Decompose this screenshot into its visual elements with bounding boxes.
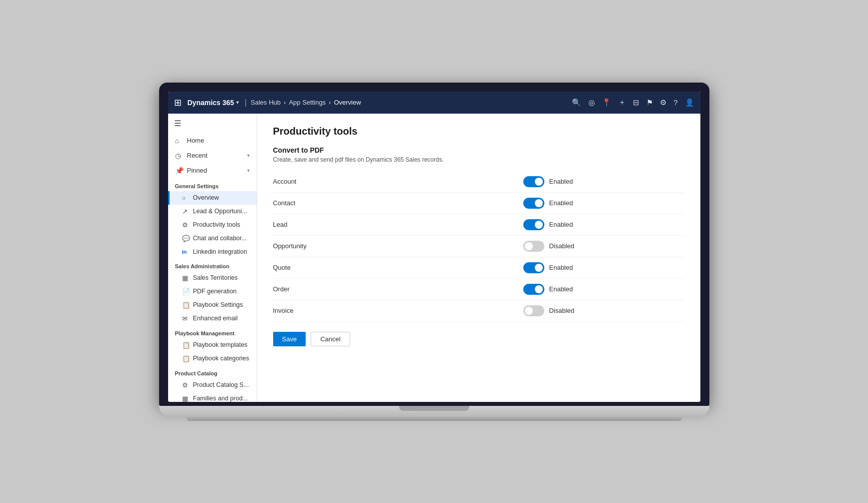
breadcrumb-sales-hub[interactable]: Sales Hub [251, 99, 281, 106]
sidebar-item-enhanced-email[interactable]: ✉ Enhanced email [168, 312, 257, 325]
sidebar-playbook-settings-label: Playbook Settings [193, 301, 243, 308]
toggle-switch-lead[interactable] [523, 219, 544, 230]
breadcrumb-sep2: › [329, 99, 331, 106]
recent-chevron: ▾ [247, 153, 250, 158]
top-nav: ⊞ Dynamics 365 ▾ | Sales Hub › App Setti… [168, 92, 700, 114]
page-title: Productivity tools [273, 126, 684, 137]
pin-icon[interactable]: 📍 [602, 98, 611, 107]
toggle-row-order: OrderEnabled [273, 279, 684, 300]
toggle-state-contact: Enabled [549, 199, 573, 207]
sidebar: ☰ ⌂ Home ◷ Recent ▾ 📌 Pinned ▾ [168, 114, 257, 402]
sidebar-chat-label: Chat and collabor... [193, 235, 247, 242]
sidebar-overview-label: Overview [193, 194, 219, 201]
pinned-icon: 📌 [175, 167, 183, 175]
plus-icon[interactable]: ＋ [618, 98, 626, 107]
section-sales-admin: Sales Administration [168, 258, 257, 271]
productivity-icon: ⚙ [182, 221, 189, 229]
sidebar-item-chat[interactable]: 💬 Chat and collabor... [168, 232, 257, 245]
save-button[interactable]: Save [273, 332, 306, 346]
playbook-templates-icon: 📋 [182, 341, 189, 349]
toggle-label-lead: Lead [273, 221, 373, 228]
lead-icon: ↗ [182, 208, 189, 215]
sidebar-item-lead-opportunity[interactable]: ↗ Lead & Opportuni... [168, 205, 257, 218]
nav-right: 🔍 ◎ 📍 ＋ ⊟ ⚑ ⚙ ? 👤 [572, 98, 694, 107]
sidebar-item-productivity-tools[interactable]: ⚙ Productivity tools [168, 218, 257, 232]
filter-icon[interactable]: ⊟ [633, 98, 639, 107]
toggle-switch-opportunity[interactable] [523, 241, 544, 252]
search-icon[interactable]: 🔍 [572, 98, 581, 107]
toggle-label-account: Account [273, 178, 373, 185]
toggle-switch-order[interactable] [523, 284, 544, 295]
toggle-state-account: Enabled [549, 178, 573, 185]
playbook-categories-icon: 📋 [182, 355, 189, 362]
sidebar-item-overview[interactable]: ○ Overview [168, 191, 257, 205]
sidebar-pinned-label: Pinned [187, 167, 243, 174]
brand-label: Dynamics 365 [188, 99, 234, 107]
toggle-label-order: Order [273, 285, 373, 293]
linkedin-icon: in [182, 249, 189, 255]
toggle-row-lead: LeadEnabled [273, 214, 684, 236]
breadcrumb-app-settings[interactable]: App Settings [289, 99, 326, 106]
overview-icon: ○ [182, 194, 189, 202]
sidebar-item-pinned[interactable]: 📌 Pinned ▾ [168, 163, 257, 178]
toggle-switch-account[interactable] [523, 176, 544, 187]
brand-chevron: ▾ [236, 100, 239, 105]
breadcrumb: Sales Hub › App Settings › Overview [251, 99, 361, 106]
main-layout: ☰ ⌂ Home ◷ Recent ▾ 📌 Pinned ▾ [168, 114, 700, 402]
sidebar-item-home[interactable]: ⌂ Home [168, 133, 257, 148]
cancel-button[interactable]: Cancel [311, 332, 350, 346]
toggle-state-opportunity: Disabled [549, 242, 575, 250]
sidebar-item-product-catalog-s[interactable]: ⚙ Product Catalog S... [168, 378, 257, 392]
settings-icon[interactable]: ⚙ [660, 98, 666, 107]
sidebar-item-pdf-generation[interactable]: 📄 PDF generation [168, 285, 257, 298]
section-general-settings: General Settings [168, 178, 257, 191]
sidebar-lead-label: Lead & Opportuni... [193, 208, 247, 215]
families-icon: ▦ [182, 395, 189, 402]
breadcrumb-overview: Overview [334, 99, 361, 106]
sidebar-item-linkedin[interactable]: in Linkedin integration [168, 245, 257, 258]
section-desc: Create, save and send pdf files on Dynam… [273, 156, 684, 163]
chat-icon: 💬 [182, 235, 189, 242]
bookmark-icon[interactable]: ⚑ [646, 98, 653, 107]
screen-inner: ⊞ Dynamics 365 ▾ | Sales Hub › App Setti… [168, 92, 700, 402]
toggle-label-opportunity: Opportunity [273, 242, 373, 250]
user-icon[interactable]: 👤 [685, 98, 694, 107]
toggle-row-invoice: InvoiceDisabled [273, 300, 684, 322]
section-playbook-mgmt: Playbook Management [168, 325, 257, 338]
toggle-switch-invoice[interactable] [523, 305, 544, 316]
toggle-row-quote: QuoteEnabled [273, 257, 684, 279]
toggle-state-lead: Enabled [549, 221, 573, 228]
sidebar-item-playbook-settings[interactable]: 📋 Playbook Settings [168, 298, 257, 312]
toggle-row-opportunity: OpportunityDisabled [273, 236, 684, 257]
action-buttons: Save Cancel [273, 332, 684, 346]
sidebar-hamburger[interactable]: ☰ [168, 114, 257, 133]
toggle-switch-quote[interactable] [523, 262, 544, 273]
laptop-screen: ⊞ Dynamics 365 ▾ | Sales Hub › App Setti… [159, 83, 709, 406]
laptop-notch [399, 406, 469, 411]
sidebar-item-recent[interactable]: ◷ Recent ▾ [168, 148, 257, 163]
toggle-state-invoice: Disabled [549, 307, 575, 314]
waffle-icon[interactable]: ⊞ [174, 97, 182, 108]
toggle-rows-container: AccountEnabledContactEnabledLeadEnabledO… [273, 171, 684, 322]
sidebar-item-sales-territories[interactable]: ▦ Sales Territories [168, 271, 257, 285]
nav-brand[interactable]: Dynamics 365 ▾ [188, 99, 239, 107]
sidebar-product-catalog-label: Product Catalog S... [193, 381, 249, 388]
sidebar-linkedin-label: Linkedin integration [193, 248, 247, 255]
laptop-wrapper: ⊞ Dynamics 365 ▾ | Sales Hub › App Setti… [159, 83, 709, 421]
laptop-foot [187, 417, 682, 421]
toggle-state-quote: Enabled [549, 264, 573, 271]
toggle-state-order: Enabled [549, 285, 573, 293]
recent-icon: ◷ [175, 152, 183, 160]
sidebar-item-families[interactable]: ▦ Families and prod... [168, 392, 257, 402]
sidebar-families-label: Families and prod... [193, 395, 248, 402]
help-icon[interactable]: ? [673, 98, 677, 107]
toggle-label-invoice: Invoice [273, 307, 373, 314]
sidebar-item-playbook-templates[interactable]: 📋 Playbook templates [168, 338, 257, 352]
sidebar-email-label: Enhanced email [193, 315, 238, 322]
email-icon: ✉ [182, 315, 189, 322]
sidebar-item-playbook-categories[interactable]: 📋 Playbook categories [168, 352, 257, 365]
toggle-switch-contact[interactable] [523, 198, 544, 209]
toggle-container-lead: Enabled [523, 219, 573, 230]
toggle-container-quote: Enabled [523, 262, 573, 273]
target-icon[interactable]: ◎ [588, 98, 595, 107]
